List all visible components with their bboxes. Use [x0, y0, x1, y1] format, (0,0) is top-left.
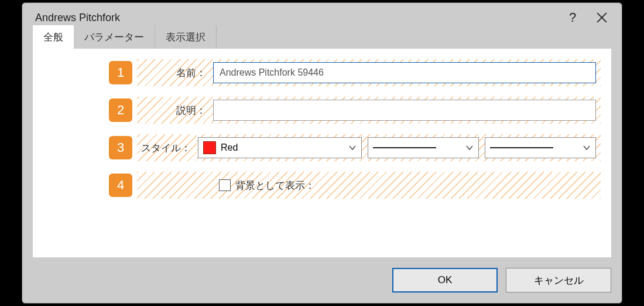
tab-general[interactable]: 全般 [33, 25, 74, 49]
row-name: 1 名前： [109, 59, 601, 86]
row-background: 4 背景として表示： [109, 172, 601, 199]
label-name: 名前： [137, 59, 212, 86]
chevron-down-icon [583, 142, 591, 153]
line-style-preview [373, 147, 436, 148]
tab-strip: 全般 パラメーター 表示選択 [33, 25, 217, 49]
field-description [212, 97, 601, 124]
color-name: Red [221, 142, 238, 153]
close-button[interactable] [589, 7, 615, 28]
dialog-footer: OK キャンセル [392, 268, 611, 293]
name-input[interactable] [213, 62, 596, 83]
chevron-down-icon [348, 142, 357, 153]
color-swatch-icon [203, 141, 216, 154]
chevron-down-icon [465, 142, 474, 153]
label-description: 説明： [137, 97, 212, 124]
form-area: 1 名前： 2 説明： 3 スタイル： [109, 59, 601, 199]
dialog-title: Andrews Pitchfork [35, 12, 560, 24]
badge-1: 1 [109, 61, 132, 84]
color-select[interactable]: Red [198, 137, 362, 158]
field-background: 背景として表示： [137, 172, 601, 199]
badge-2: 2 [109, 98, 132, 122]
line-style-select[interactable] [368, 137, 479, 158]
background-checkbox[interactable] [219, 179, 231, 191]
dialog-window: Andrews Pitchfork ? 全般 パラメーター 表示選択 1 名前： [22, 2, 622, 304]
tab-content: 1 名前： 2 説明： 3 スタイル： [33, 49, 611, 257]
tab-parameters[interactable]: パラメーター [74, 25, 155, 49]
label-style: スタイル： [137, 134, 197, 161]
row-description: 2 説明： [109, 97, 601, 124]
help-button[interactable]: ? [560, 7, 585, 28]
badge-4: 4 [109, 174, 132, 197]
ok-button[interactable]: OK [392, 268, 498, 293]
close-icon [597, 12, 607, 23]
field-name [212, 59, 601, 86]
background-checkbox-wrapper[interactable]: 背景として表示： [215, 179, 315, 192]
line-width-select[interactable] [485, 137, 596, 158]
badge-3: 3 [109, 136, 132, 159]
cancel-button[interactable]: キャンセル [506, 268, 611, 293]
description-input[interactable] [213, 100, 596, 121]
background-checkbox-label: 背景として表示： [235, 179, 315, 192]
line-width-preview [490, 147, 553, 148]
field-style: Red [197, 134, 601, 161]
row-style: 3 スタイル： Red [109, 134, 601, 161]
tab-display[interactable]: 表示選択 [155, 25, 217, 49]
